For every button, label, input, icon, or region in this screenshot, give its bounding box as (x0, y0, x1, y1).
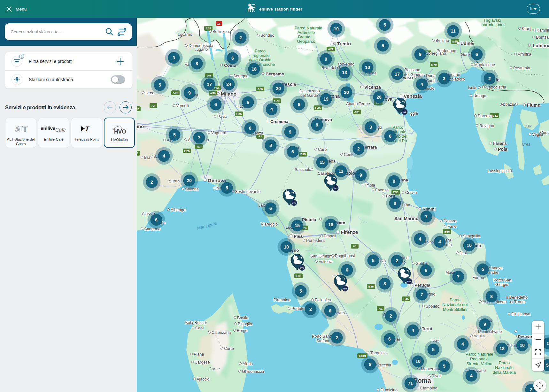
svg-text:HVO: HVO (114, 128, 126, 135)
svg-text:Brenta: Brenta (298, 35, 311, 39)
svg-text:Corse: Corse (208, 366, 220, 371)
svg-text:Abano Terme: Abano Terme (346, 102, 370, 106)
svg-text:Geoparco: Geoparco (297, 39, 315, 44)
svg-text:8: 8 (490, 294, 493, 299)
svg-text:Cirqu: Cirqu (540, 130, 549, 135)
svg-text:Sassuolo: Sassuolo (295, 167, 311, 172)
svg-text:7: 7 (198, 135, 200, 140)
svg-text:Piana: Piana (194, 352, 204, 357)
svg-text:5: 5 (382, 43, 384, 48)
svg-text:Café: Café (55, 127, 66, 133)
svg-text:15: 15 (320, 160, 325, 165)
svg-text:17: 17 (395, 72, 400, 77)
svg-text:A7: A7 (137, 151, 138, 155)
svg-text:8: 8 (393, 179, 395, 184)
svg-text:10: 10 (415, 359, 421, 364)
svg-text:4: 4 (412, 328, 414, 333)
svg-text:9: 9 (316, 122, 318, 127)
svg-text:11: 11 (451, 28, 456, 34)
svg-text:Albenga: Albenga (171, 208, 185, 212)
svg-text:Voghera: Voghera (211, 131, 226, 135)
svg-text:26: 26 (376, 95, 382, 100)
svg-text:6: 6 (291, 149, 294, 154)
svg-text:Pavia: Pavia (217, 114, 228, 119)
svg-text:Kranj: Kranj (522, 27, 531, 31)
svg-text:Giorgio: Giorgio (495, 282, 508, 287)
svg-text:Empoli: Empoli (324, 234, 336, 238)
svg-text:Ghisonaccia: Ghisonaccia (242, 369, 264, 374)
svg-text:Locarno: Locarno (178, 32, 192, 37)
svg-text:Bassano: Bassano (405, 68, 420, 72)
svg-text:9: 9 (419, 52, 421, 57)
svg-text:8: 8 (249, 126, 251, 131)
svg-text:6: 6 (329, 308, 331, 313)
svg-text:Belluno: Belluno (436, 38, 449, 43)
svg-text:13: 13 (342, 70, 347, 75)
svg-text:Cres: Cres (522, 142, 530, 147)
svg-text:Bastia: Bastia (237, 316, 248, 320)
svg-text:9: 9 (360, 173, 362, 178)
svg-text:Nazionale dei: Nazionale dei (443, 302, 468, 307)
svg-text:A1: A1 (379, 307, 383, 310)
svg-text:5: 5 (173, 132, 176, 137)
svg-text:Giulianova: Giulianova (511, 312, 530, 316)
svg-text:A1: A1 (353, 244, 357, 248)
svg-text:E70: E70 (431, 63, 437, 66)
svg-text:E55: E55 (445, 230, 450, 233)
svg-text:E25: E25 (184, 149, 190, 153)
svg-text:Umago: Umago (473, 94, 486, 98)
svg-text:6: 6 (388, 336, 391, 342)
svg-text:Pordenone: Pordenone (437, 49, 456, 53)
svg-text:2: 2 (488, 76, 491, 81)
svg-text:el Tronto: el Tronto (510, 300, 526, 304)
svg-text:Ajaccio: Ajaccio (197, 377, 210, 381)
svg-text:Isola Rossa: Isola Rossa (185, 320, 206, 325)
svg-text:Aleria: Aleria (243, 362, 253, 366)
svg-text:18: 18 (499, 346, 505, 351)
svg-text:Firenze: Firenze (341, 229, 358, 235)
svg-text:Bra: Bra (144, 155, 151, 160)
svg-text:7: 7 (421, 292, 423, 297)
svg-text:Faenza: Faenza (375, 188, 389, 192)
svg-text:Parco: Parco (499, 360, 510, 365)
svg-text:Kamnik: Kamnik (537, 28, 549, 33)
svg-text:Venezia: Venezia (404, 93, 422, 99)
svg-text:4: 4 (270, 107, 273, 112)
svg-text:Poggibonsi: Poggibonsi (335, 254, 355, 258)
svg-text:n Benedetto: n Benedetto (506, 295, 528, 300)
svg-text:612: 612 (137, 107, 139, 111)
svg-text:6: 6 (389, 134, 391, 139)
svg-text:Ivrea: Ivrea (145, 91, 154, 95)
svg-text:Adamello: Adamello (298, 30, 315, 35)
svg-text:T: T (85, 125, 90, 132)
svg-text:3: 3 (369, 125, 372, 130)
svg-text:Corte: Corte (224, 346, 234, 351)
svg-text:Tivoli: Tivoli (432, 374, 441, 378)
svg-text:10: 10 (467, 243, 472, 248)
svg-text:7: 7 (425, 214, 428, 219)
svg-text:5: 5 (546, 363, 549, 368)
svg-text:Stefano: Stefano (316, 339, 330, 343)
svg-text:Sondrio: Sondrio (260, 33, 274, 38)
svg-text:E45: E45 (315, 106, 321, 110)
svg-text:Aquila: Aquila (474, 334, 485, 338)
svg-text:Viareggio: Viareggio (261, 222, 278, 227)
svg-text:2: 2 (530, 387, 532, 392)
svg-text:E45: E45 (404, 297, 409, 301)
svg-text:2: 2 (396, 258, 398, 263)
svg-text:E35: E35 (236, 112, 242, 116)
svg-text:4: 4 (438, 239, 441, 244)
svg-text:8: 8 (394, 201, 396, 206)
svg-text:San Gimignano: San Gimignano (310, 254, 338, 258)
svg-text:6: 6 (214, 102, 217, 107)
svg-text:Bergamo: Bergamo (266, 72, 284, 76)
svg-text:10: 10 (284, 244, 289, 250)
svg-text:6: 6 (346, 267, 348, 273)
svg-text:regionale: regionale (252, 53, 270, 58)
svg-text:E840: E840 (359, 354, 366, 357)
svg-text:Lussinpiccolo: Lussinpiccolo (488, 169, 512, 173)
svg-text:4: 4 (470, 373, 473, 378)
svg-text:2: 2 (336, 335, 338, 340)
svg-text:Desenzano: Desenzano (299, 89, 320, 93)
svg-text:6: 6 (298, 102, 300, 107)
